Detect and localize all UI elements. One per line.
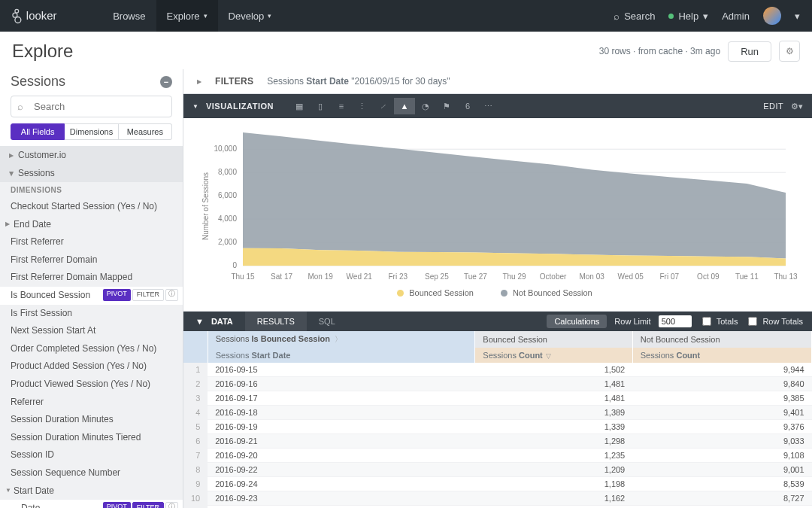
table-row[interactable]: 92016-09-241,1988,539 xyxy=(183,477,812,491)
svg-point-0 xyxy=(15,9,19,13)
sidebar-group[interactable]: ▶Customer.io xyxy=(0,146,183,164)
tab-dimensions[interactable]: Dimensions xyxy=(65,123,118,140)
legend-item-bounced[interactable]: Bounced Session xyxy=(397,288,474,297)
dimension-item[interactable]: Is Bounced SessionPIVOTFILTERⓘ xyxy=(0,287,183,305)
dimension-item[interactable]: ▶End Date xyxy=(0,216,183,234)
row-limit-input[interactable] xyxy=(659,315,692,327)
tab-sql[interactable]: SQL xyxy=(307,312,347,331)
table-row[interactable]: 12016-09-151,5029,944 xyxy=(183,363,812,377)
svg-text:October: October xyxy=(540,272,567,281)
table-row[interactable]: 112016-09-251,1478,509 xyxy=(183,506,812,509)
row-totals-checkbox[interactable]: Row Totals xyxy=(745,315,803,328)
measure-header-a[interactable]: Sessions Count▽ xyxy=(475,348,632,363)
viz-pie-icon[interactable]: ◔ xyxy=(415,98,436,114)
pivot-pill[interactable]: PIVOT xyxy=(103,502,131,508)
chevron-right-icon: ▶ xyxy=(197,78,201,85)
filter-pill[interactable]: FILTER xyxy=(132,502,164,508)
viz-bar-icon[interactable]: ≡ xyxy=(331,98,352,114)
pivot-pill[interactable]: PIVOT xyxy=(103,289,131,301)
filter-pill[interactable]: FILTER xyxy=(132,289,164,301)
explore-header: Explore 30 rows · from cache · 3m ago Ru… xyxy=(0,32,812,69)
dimension-item[interactable]: ▼Start Date xyxy=(0,482,183,500)
filters-bar[interactable]: ▶ FILTERS Sessions Start Date "2016/09/1… xyxy=(183,69,812,93)
nav-search[interactable]: ⌕Search xyxy=(614,11,655,22)
svg-text:Sat 17: Sat 17 xyxy=(271,272,292,281)
sort-desc-icon: ▽ xyxy=(546,352,551,360)
svg-text:Fri 23: Fri 23 xyxy=(389,272,408,281)
gear-icon: ⚙ xyxy=(786,46,794,56)
data-section-toggle[interactable]: ▼DATA xyxy=(183,312,245,331)
svg-text:Fri 07: Fri 07 xyxy=(660,272,680,281)
dimension-item[interactable]: Next Session Start At xyxy=(0,322,183,340)
dimension-item[interactable]: Session Duration Minutes Tiered xyxy=(0,429,183,447)
totals-checkbox[interactable]: Totals xyxy=(699,315,738,328)
sidebar-group[interactable]: ▶Sessions xyxy=(0,164,183,182)
pivot-header[interactable]: Sessions Is Bounced Session〉 xyxy=(208,331,475,348)
dimension-item[interactable]: DatePIVOTFILTERⓘ xyxy=(0,500,183,508)
table-row[interactable]: 82016-09-221,2099,001 xyxy=(183,463,812,477)
run-button[interactable]: Run xyxy=(728,41,771,62)
dim-header[interactable]: Sessions Start Date xyxy=(208,348,475,363)
table-row[interactable]: 102016-09-231,1628,727 xyxy=(183,491,812,506)
viz-settings-button[interactable]: ⚙▾ xyxy=(791,102,803,111)
calculations-button[interactable]: Calculations xyxy=(547,315,607,328)
sidebar-title: Sessions xyxy=(11,74,65,90)
dimension-item[interactable]: Session ID xyxy=(0,446,183,464)
field-picker-sidebar: Sessions − ⌕ All Fields Dimensions Measu… xyxy=(0,69,183,508)
dimension-item[interactable]: First Referrer Domain Mapped xyxy=(0,269,183,287)
nav-admin[interactable]: Admin xyxy=(722,11,750,22)
viz-table-icon[interactable]: ▦ xyxy=(289,98,310,114)
info-pill[interactable]: ⓘ xyxy=(165,502,178,508)
dimension-item[interactable]: First Referrer Domain xyxy=(0,251,183,269)
table-row[interactable]: 72016-09-201,2359,108 xyxy=(183,449,812,463)
svg-text:looker: looker xyxy=(26,9,57,22)
col-not-bounced[interactable]: Not Bounced Session xyxy=(632,331,811,348)
table-row[interactable]: 62016-09-211,2989,033 xyxy=(183,434,812,449)
svg-text:Wed 05: Wed 05 xyxy=(618,272,644,281)
viz-scatter-icon[interactable]: ⋮ xyxy=(352,98,373,114)
avatar-menu-icon[interactable]: ▾ xyxy=(795,11,800,22)
svg-text:Thu 15: Thu 15 xyxy=(231,272,255,281)
dimension-item[interactable]: Product Viewed Session (Yes / No) xyxy=(0,376,183,394)
dimension-item[interactable]: Session Duration Minutes xyxy=(0,411,183,429)
viz-line-icon[interactable]: ⟋ xyxy=(373,98,394,114)
nav-browse[interactable]: Browse xyxy=(102,0,156,32)
explore-settings-button[interactable]: ⚙ xyxy=(779,41,800,62)
viz-edit-link[interactable]: EDIT xyxy=(763,102,783,111)
chevron-icon: ▼ xyxy=(5,487,11,494)
svg-text:Number of Sessions: Number of Sessions xyxy=(201,172,210,240)
brand-logo: looker xyxy=(12,8,89,24)
table-row[interactable]: 22016-09-161,4819,840 xyxy=(183,377,812,391)
tab-results[interactable]: RESULTS xyxy=(245,312,307,331)
dimension-item[interactable]: Is First Session xyxy=(0,305,183,323)
table-row[interactable]: 52016-09-191,3399,376 xyxy=(183,420,812,434)
dimension-item[interactable]: Checkout Started Session (Yes / No) xyxy=(0,198,183,216)
viz-map-icon[interactable]: ⚑ xyxy=(436,98,457,114)
svg-text:Tue 27: Tue 27 xyxy=(464,272,487,281)
dimension-item[interactable]: Product Added Session (Yes / No) xyxy=(0,357,183,376)
table-row[interactable]: 42016-09-181,3899,401 xyxy=(183,406,812,420)
viz-more-icon[interactable]: ⋯ xyxy=(478,98,499,114)
dimension-item[interactable]: Order Completed Session (Yes / No) xyxy=(0,340,183,358)
dimension-item[interactable]: First Referrer xyxy=(0,233,183,251)
nav-explore[interactable]: Explore▾ xyxy=(156,0,218,32)
nav-develop[interactable]: Develop▾ xyxy=(218,0,283,32)
col-bounced[interactable]: Bounced Session xyxy=(475,331,632,348)
tab-all-fields[interactable]: All Fields xyxy=(11,123,65,140)
viz-area-icon[interactable]: ▲ xyxy=(394,98,415,114)
dimensions-header: DIMENSIONS xyxy=(0,182,183,198)
sidebar-collapse-button[interactable]: − xyxy=(160,76,172,88)
viz-singlevalue-icon[interactable]: 6 xyxy=(457,98,478,114)
measure-header-b[interactable]: Sessions Count xyxy=(632,348,811,363)
dimension-item[interactable]: Session Sequence Number xyxy=(0,464,183,482)
legend-item-not-bounced[interactable]: Not Bounced Session xyxy=(501,288,592,297)
info-pill[interactable]: ⓘ xyxy=(165,289,178,301)
nav-help[interactable]: Help▾ xyxy=(668,11,708,22)
viz-column-icon[interactable]: ▯ xyxy=(310,98,331,114)
table-row[interactable]: 32016-09-171,4819,385 xyxy=(183,391,812,406)
field-search-input[interactable] xyxy=(11,96,172,117)
dimension-item[interactable]: Referrer xyxy=(0,394,183,412)
tab-measures[interactable]: Measures xyxy=(119,123,172,140)
avatar[interactable] xyxy=(763,7,781,25)
svg-text:6,000: 6,000 xyxy=(218,191,237,199)
